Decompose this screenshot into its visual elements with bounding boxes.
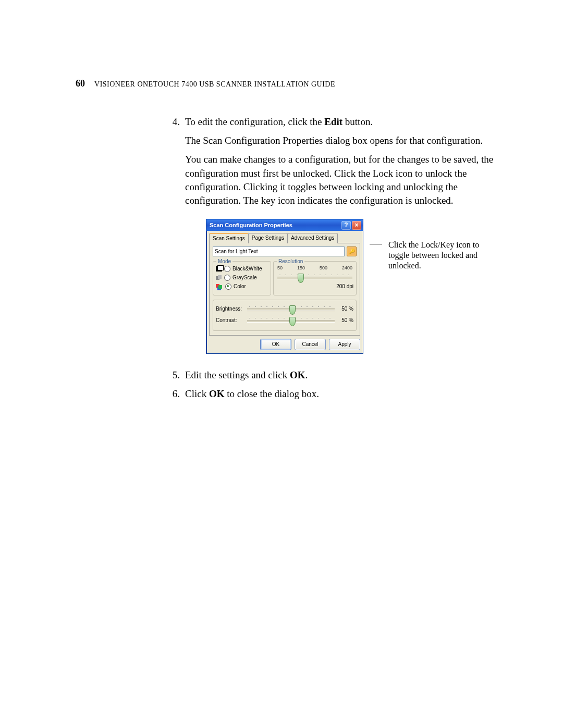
brightness-label: Brightness: <box>216 305 246 313</box>
mode-option-color[interactable]: Color <box>216 283 268 290</box>
step-number: 6. <box>164 387 180 401</box>
fieldset-mode: Mode Black&White <box>213 261 271 295</box>
mode-option-grayscale[interactable]: GrayScale <box>216 274 268 281</box>
dialog-title: Scan Configuration Properties <box>210 221 340 229</box>
mode-legend: Mode <box>216 258 232 265</box>
dialog-tabs: Scan Settings Page Settings Advanced Set… <box>209 233 360 243</box>
bw-icon <box>216 266 222 272</box>
step-6: 6. Click OK to close the dialog box. <box>164 387 506 401</box>
fieldset-resolution: Resolution 50 150 500 2400 <box>273 261 357 295</box>
step-4-line1: To edit the configuration, click the Edi… <box>185 115 506 129</box>
tab-advanced-settings[interactable]: Advanced Settings <box>287 233 338 243</box>
grayscale-icon <box>216 275 222 280</box>
close-button[interactable]: × <box>352 221 361 230</box>
resolution-legend: Resolution <box>277 258 304 265</box>
dialog-button-row: OK Cancel Apply <box>209 339 360 350</box>
running-head: VISIONEER ONETOUCH 7400 USB SCANNER INST… <box>94 80 335 89</box>
radio-color[interactable] <box>225 283 231 290</box>
resolution-slider[interactable] <box>276 273 353 282</box>
figure-row: Scan Configuration Properties ? × Scan S… <box>206 219 506 353</box>
page-number: 60 <box>76 78 85 89</box>
brightness-value: 50 % <box>336 305 353 313</box>
fieldset-brightness-contrast: Brightness: 50 % <box>213 300 357 331</box>
step-4-para3: You can make changes to a configuration,… <box>185 153 506 207</box>
lock-key-icon[interactable]: 🔑 <box>347 246 357 256</box>
dialog-titlebar[interactable]: Scan Configuration Properties ? × <box>206 219 363 231</box>
contrast-value: 50 % <box>336 317 353 324</box>
callout-leader-line <box>370 244 382 244</box>
brightness-slider[interactable] <box>246 304 336 314</box>
step-number: 4. <box>164 115 180 363</box>
step-4: 4. To edit the configuration, click the … <box>164 115 506 363</box>
resolution-value: 200 dpi <box>276 283 353 290</box>
step-number: 5. <box>164 368 180 382</box>
scan-config-dialog: Scan Configuration Properties ? × Scan S… <box>206 219 363 353</box>
tab-pane-scan-settings: Scan for Light Text 🔑 Mode <box>209 243 360 335</box>
callout-text: Click the Lock/Key icon to toggle betwee… <box>388 240 493 271</box>
contrast-slider[interactable] <box>246 316 336 325</box>
ok-button[interactable]: OK <box>260 339 291 350</box>
apply-button[interactable]: Apply <box>329 339 360 350</box>
radio-grayscale[interactable] <box>224 275 230 281</box>
page-header: 60 VISIONEER ONETOUCH 7400 USB SCANNER I… <box>76 78 506 89</box>
tab-scan-settings[interactable]: Scan Settings <box>209 233 249 243</box>
help-button[interactable]: ? <box>341 221 351 230</box>
config-name-input[interactable]: Scan for Light Text <box>213 246 345 256</box>
step-4-para2: The Scan Configuration Properties dialog… <box>185 134 506 147</box>
radio-bw[interactable] <box>224 266 230 272</box>
cancel-button[interactable]: Cancel <box>295 339 326 350</box>
step-5: 5. Edit the settings and click OK. <box>164 368 506 382</box>
mode-option-bw[interactable]: Black&White <box>216 265 268 273</box>
contrast-label: Contrast: <box>216 317 246 324</box>
tab-page-settings[interactable]: Page Settings <box>248 233 288 243</box>
color-icon <box>216 284 223 289</box>
